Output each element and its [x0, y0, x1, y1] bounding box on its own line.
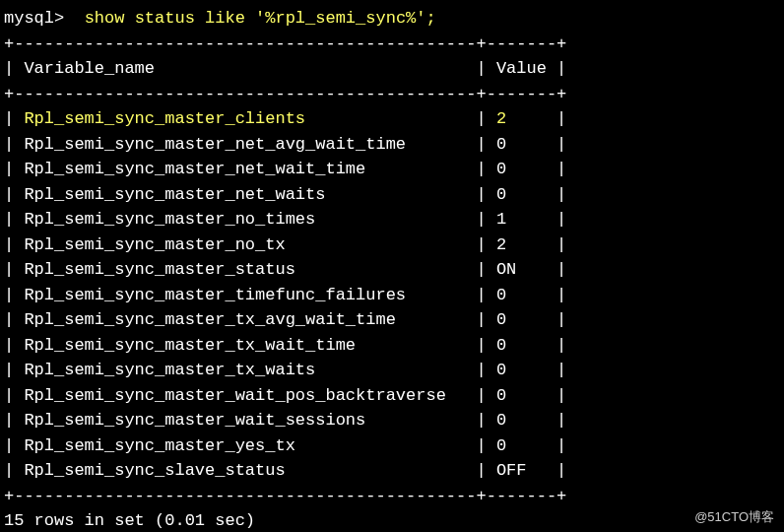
- table-row: | Rpl_semi_sync_master_yes_tx | 0 |: [4, 433, 780, 459]
- variable-value: 2: [496, 109, 547, 128]
- watermark: @51CTO博客: [694, 507, 774, 527]
- table-row: | Rpl_semi_sync_master_timefunc_failures…: [4, 283, 780, 308]
- sql-command: show status like '%rpl_semi_sync%';: [85, 9, 436, 28]
- table-row: | Rpl_semi_sync_slave_status | OFF |: [4, 458, 780, 484]
- table-body: | Rpl_semi_sync_master_clients | 2 || Rp…: [4, 106, 780, 484]
- table-row: | Rpl_semi_sync_master_net_avg_wait_time…: [4, 132, 780, 158]
- table-row: | Rpl_semi_sync_master_clients | 2 |: [4, 106, 780, 132]
- table-divider-top: +---------------------------------------…: [4, 32, 780, 57]
- table-row: | Rpl_semi_sync_master_tx_avg_wait_time …: [4, 307, 780, 333]
- table-divider-mid: +---------------------------------------…: [4, 82, 780, 107]
- table-row: | Rpl_semi_sync_master_net_wait_time | 0…: [4, 157, 780, 182]
- table-row: | Rpl_semi_sync_master_wait_pos_backtrav…: [4, 383, 780, 409]
- command-line[interactable]: mysql> show status like '%rpl_semi_sync%…: [4, 6, 780, 32]
- table-header: | Variable_name | Value |: [4, 56, 780, 82]
- table-divider-bottom: +---------------------------------------…: [4, 484, 780, 509]
- result-footer: 15 rows in set (0.01 sec): [4, 508, 780, 532]
- table-row: | Rpl_semi_sync_master_no_tx | 2 |: [4, 233, 780, 258]
- table-row: | Rpl_semi_sync_master_net_waits | 0 |: [4, 182, 780, 208]
- mysql-prompt: mysql>: [4, 9, 85, 28]
- table-row: | Rpl_semi_sync_master_tx_waits | 0 |: [4, 358, 780, 383]
- table-row: | Rpl_semi_sync_master_tx_wait_time | 0 …: [4, 333, 780, 359]
- table-row: | Rpl_semi_sync_master_no_times | 1 |: [4, 207, 780, 233]
- table-row: | Rpl_semi_sync_master_wait_sessions | 0…: [4, 408, 780, 433]
- table-row: | Rpl_semi_sync_master_status | ON |: [4, 257, 780, 283]
- variable-name: Rpl_semi_sync_master_clients: [24, 109, 466, 128]
